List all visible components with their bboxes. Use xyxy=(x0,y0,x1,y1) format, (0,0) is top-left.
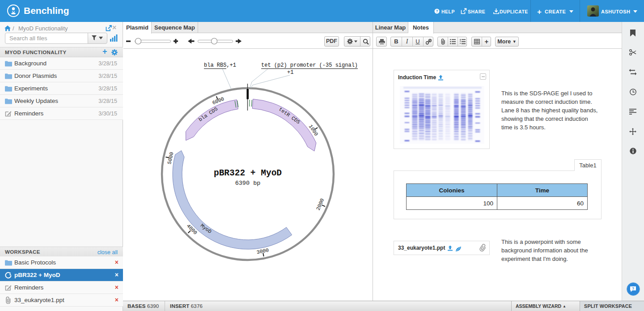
svg-text:pBR322 + MyoD: pBR322 + MyoD xyxy=(214,168,282,178)
svg-text:?: ? xyxy=(632,286,634,290)
svg-text:?: ? xyxy=(436,9,438,13)
svg-text:6390 bp: 6390 bp xyxy=(235,180,261,187)
svg-text:2000: 2000 xyxy=(315,197,326,211)
